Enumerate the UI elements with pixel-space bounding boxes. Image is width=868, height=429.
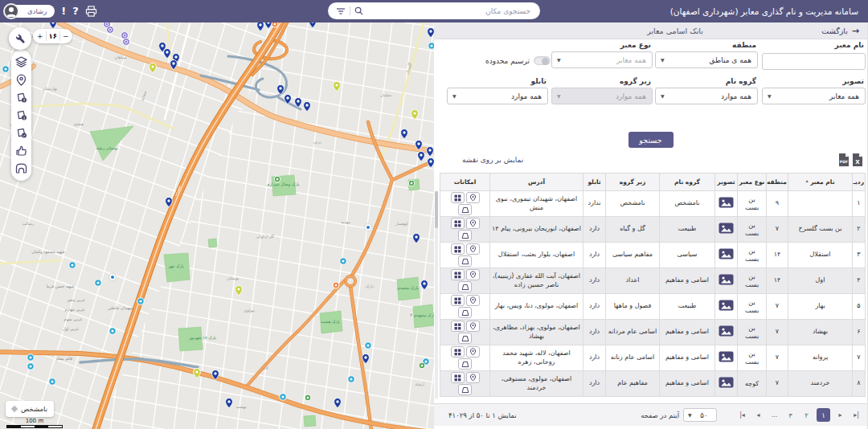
map-marker[interactable] [121,32,129,39]
row-locate-button[interactable] [466,269,480,280]
table-row[interactable]: ۵بهار۷بن بستطبیعتفصول و ماههادارداصفهان،… [440,294,866,320]
layers-icon[interactable] [15,56,27,68]
sub-group-select[interactable]: همه موارد ▼ [551,88,653,104]
map-marker[interactable] [49,378,55,385]
road-type-select[interactable]: همه معابر ▼ [551,51,653,68]
row-locate-button[interactable] [466,295,480,306]
row-grid-button[interactable] [451,192,465,203]
image-thumbnail-icon[interactable] [719,300,734,311]
map-marker[interactable] [428,43,434,49]
col-row[interactable]: ردیـ... [853,174,866,191]
pager-page-2[interactable]: ۲ [800,409,813,422]
col-name[interactable]: نام معبر ▴ [788,174,853,191]
map-marker[interactable] [123,39,130,46]
map-alert-icon[interactable]: ! [15,109,27,121]
name-group-select[interactable]: همه موارد ▼ [655,88,758,104]
map-canvas[interactable]: بوستان رشتهپارک چهرپارک ۱۷ شهریورپارک وص… [0,22,434,429]
row-grid-button[interactable] [451,295,465,306]
map-marker[interactable] [274,176,280,182]
col-type[interactable]: نوع معبر [738,174,767,191]
table-row[interactable]: ۶بهشاد۷بن بستاسامی و مفاهیماسامی عام مرد… [440,320,866,345]
map-check-icon[interactable] [15,127,27,139]
row-map-button[interactable] [458,230,472,241]
sign-select[interactable]: همه موارد ▼ [447,88,548,104]
map-marker[interactable] [419,362,425,369]
map-info-icon[interactable]: i [15,92,27,104]
table-row[interactable]: ۳استقلال۱۴بن بستسیاسیمفاهیم سیاسیدارداصف… [440,243,866,268]
row-grid-button[interactable] [451,218,465,229]
image-thumbnail-icon[interactable] [719,197,734,208]
status-pill[interactable]: نامشخص [6,401,54,417]
table-row[interactable]: ۲بن بست گلسرخ۷بن بستطبیعتگل و گیاهدارداص… [440,217,866,243]
pager-page-1[interactable]: ۱ [817,408,830,422]
table-row[interactable]: ۷پروانه۷بن بستاسامی و مفاهیماسامی عام زن… [440,345,866,371]
map-marker[interactable] [333,282,339,288]
row-map-button[interactable] [458,307,472,318]
table-scrollbar[interactable] [435,190,438,399]
row-locate-button[interactable] [466,372,480,383]
row-grid-button[interactable] [451,372,465,383]
image-thumbnail-icon[interactable] [719,325,734,337]
row-map-button[interactable] [458,358,472,370]
map-marker[interactable] [107,27,114,34]
search-button[interactable]: جستجو [628,132,674,148]
filter-icon[interactable] [336,6,346,16]
draw-area-toggle[interactable] [534,56,551,65]
map-marker[interactable] [27,354,34,361]
table-row[interactable]: ۴اول۱۴بن بستاسامی و مفاهیماعداددارداصفها… [440,268,866,294]
notifications-icon[interactable]: ! [61,0,66,22]
map-marker[interactable] [305,394,311,401]
show-on-map-link[interactable]: نمایش بر روی نقشه [462,156,523,164]
table-row[interactable]: ۱۹بن بستنامشخصنامشخصندارداصفهان، شهیدان … [440,191,866,217]
row-map-button[interactable] [458,281,472,292]
col-sign[interactable]: تابلو [583,174,606,191]
map-marker[interactable] [340,258,346,264]
col-region[interactable]: منطقه [767,174,788,191]
map-marker[interactable] [408,180,415,186]
row-grid-button[interactable] [451,269,465,280]
zoom-in-button[interactable]: + [37,33,43,40]
pager-last-button[interactable]: |◂ [736,409,748,422]
row-map-button[interactable] [458,255,472,267]
col-group[interactable]: گروه نام [660,174,715,191]
col-facilities[interactable]: امکانات [440,174,490,191]
bridge-icon[interactable] [15,162,27,174]
map-marker[interactable] [109,274,117,281]
map-marker[interactable] [280,394,286,400]
location-pin-icon[interactable] [15,74,27,86]
pager-next-button[interactable]: ◂ [752,409,764,422]
map-marker[interactable] [365,224,372,231]
map-marker[interactable] [95,280,101,286]
image-thumbnail-icon[interactable] [719,223,734,234]
col-address[interactable]: آدرس [490,174,583,191]
print-icon[interactable] [85,6,97,17]
row-locate-button[interactable] [466,192,480,203]
image-thumbnail-icon[interactable] [719,351,734,362]
image-filter-select[interactable]: همه معابر ▼ [762,88,866,104]
region-select[interactable]: همه ی مناطق ▼ [655,51,758,68]
zoom-out-button[interactable]: − [63,33,69,40]
map-marker[interactable] [69,262,76,268]
map-marker[interactable] [137,298,144,304]
row-locate-button[interactable] [466,321,480,332]
user-chip[interactable]: رشادی [10,5,55,18]
map-marker[interactable] [109,328,116,334]
help-icon[interactable]: ? [72,0,79,22]
export-excel-icon[interactable]: X [852,153,863,167]
row-locate-button[interactable] [466,218,480,229]
map-marker[interactable] [27,363,34,370]
pager-prev-button[interactable]: ▸ [834,409,846,422]
col-image[interactable]: تصویر [715,174,738,191]
map-marker[interactable] [272,22,278,27]
image-thumbnail-icon[interactable] [719,274,734,285]
per-page-select[interactable]: ۵۰ ▼ [683,408,717,422]
place-search-box[interactable]: جستجوی مکان [328,2,540,19]
map-marker[interactable] [2,66,9,72]
row-locate-button[interactable] [466,346,480,358]
table-row[interactable]: ۸خردمند۷کوچهاسامی و مفاهیممفاهیم عامدارد… [440,371,866,397]
export-pdf-icon[interactable]: PDF [838,153,850,167]
row-map-button[interactable] [458,204,472,215]
thumbs-up-icon[interactable] [15,145,27,157]
map-marker[interactable] [365,342,371,349]
pager-first-button[interactable]: ▸| [850,409,862,422]
